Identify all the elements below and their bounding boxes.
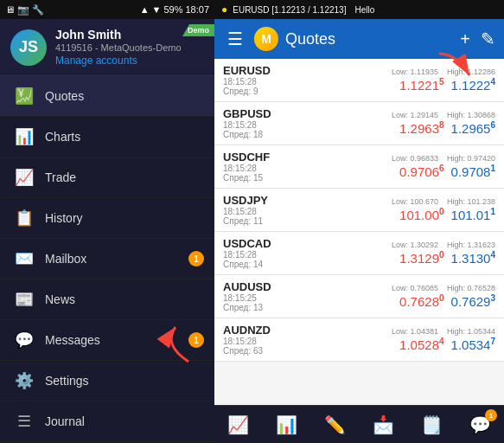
quote-left-audnzd: AUDNZD 18:15:28 Спред: 63: [223, 324, 271, 356]
quote-time-usdjpy: 18:15:28: [223, 207, 268, 216]
quote-prices-eurusd: Low: 1.11935 High: 1.12286 1.12215 1.122…: [392, 67, 495, 93]
bottom-nav-messages[interactable]: 💬 1: [456, 406, 504, 443]
bottom-nav-mailbox[interactable]: 📩: [359, 406, 407, 443]
nav-item-quotes[interactable]: 💹 Quotes: [0, 76, 214, 117]
bottom-nav-trade[interactable]: ✏️: [311, 406, 360, 443]
quote-row-audusd[interactable]: AUDUSD 18:15:25 Спред: 13 Low: 0.76085 H…: [214, 275, 504, 318]
price-bid-usdcad: 1.31290: [399, 250, 443, 266]
demo-badge: Demo: [182, 24, 214, 36]
quote-left-gbpusd: GBPUSD 18:15:28 Спред: 18: [223, 107, 271, 139]
quote-prices-usdjpy: Low: 100.670 High: 101.238 101.000 101.0…: [392, 197, 495, 222]
quote-time-gbpusd: 18:15:28: [223, 120, 271, 130]
price-row-eurusd: 1.12215 1.12224: [399, 77, 495, 93]
price-ask-gbpusd: 1.29656: [451, 120, 495, 136]
mailbox-badge: 1: [188, 251, 204, 266]
settings-icon: ⚙️: [14, 371, 35, 390]
quote-row-audnzd[interactable]: AUDNZD 18:15:28 Спред: 63 Low: 1.04381 H…: [214, 318, 504, 362]
add-symbol-button[interactable]: +: [460, 29, 470, 49]
quote-low-usdchf: Low: 0.96833 High: 0.97420: [392, 154, 495, 163]
quote-prices-gbpusd: Low: 1.29145 High: 1.30868 1.29638 1.296…: [392, 111, 495, 136]
quote-symbol-audnzd: AUDNZD: [223, 324, 271, 337]
quote-spread-audnzd: Спред: 63: [223, 346, 271, 356]
nav-item-mailbox[interactable]: ✉️ Mailbox 1: [0, 239, 214, 279]
avatar: JS: [10, 29, 47, 66]
bottom-messages-badge: 1: [485, 409, 497, 421]
nav-item-news[interactable]: 📰 News: [0, 279, 214, 320]
quote-row-usdjpy[interactable]: USDJPY 18:15:28 Спред: 11 Low: 100.670 H…: [214, 189, 504, 232]
quote-time-usdcad: 18:15:28: [223, 250, 271, 260]
nav-label-charts: Charts: [45, 130, 80, 144]
quote-low-audnzd: Low: 1.04381 High: 1.05344: [392, 327, 495, 336]
price-bid-audnzd: 1.05284: [399, 337, 443, 352]
nav-label-settings: Settings: [45, 374, 89, 388]
history-icon: 📋: [14, 209, 35, 228]
bottom-nav-quotes[interactable]: 📈: [214, 406, 263, 443]
edit-button[interactable]: ✎: [481, 29, 495, 49]
quote-spread-eurusd: Спред: 9: [223, 87, 271, 96]
quote-symbol-usdjpy: USDJPY: [223, 194, 268, 207]
status-bar-left: 🖥 📷 🔧 ▲ ▼ 59% 18:07: [0, 0, 214, 19]
quotes-list: EURUSD 18:15:28 Спред: 9 Low: 1.11935 Hi…: [214, 59, 504, 405]
hamburger-button[interactable]: ☰: [223, 29, 247, 49]
wifi-icon: ▼: [152, 4, 162, 15]
price-row-usdchf: 0.97066 0.97081: [399, 164, 495, 179]
price-ask-usdjpy: 101.011: [451, 207, 495, 222]
price-row-audusd: 0.76280 0.76293: [399, 293, 495, 309]
price-ask-audusd: 0.76293: [451, 293, 495, 309]
manage-accounts-link[interactable]: Manage accounts: [55, 55, 204, 67]
header-actions: + ✎: [460, 29, 495, 49]
quote-row-usdchf[interactable]: USDCHF 18:15:28 Спред: 15 Low: 0.96833 H…: [214, 145, 504, 189]
app-icons: 🖥 📷 🔧: [5, 4, 44, 16]
quote-left-eurusd: EURUSD 18:15:28 Спред: 9: [223, 64, 271, 96]
quote-prices-audnzd: Low: 1.04381 High: 1.05344 1.05284 1.053…: [392, 327, 495, 352]
quote-prices-audusd: Low: 0.76085 High: 0.76528 0.76280 0.762…: [392, 284, 495, 309]
price-row-usdcad: 1.31290 1.31304: [399, 250, 495, 266]
nav-label-messages: Messages: [45, 333, 100, 347]
quote-low-usdjpy: Low: 100.670 High: 101.238: [392, 197, 495, 206]
messages-icon: 💬: [14, 331, 35, 350]
quote-spread-usdcad: Спред: 14: [223, 260, 271, 269]
quote-symbol-gbpusd: GBPUSD: [223, 107, 271, 120]
quote-symbol-usdchf: USDCHF: [223, 151, 270, 164]
quote-time-audnzd: 18:15:28: [223, 337, 271, 346]
nav-item-trade[interactable]: 📈 Trade: [0, 157, 214, 198]
quote-left-audusd: AUDUSD 18:15:25 Спред: 13: [223, 280, 271, 312]
bottom-nav-history[interactable]: 🗒️: [407, 406, 456, 443]
mailbox-icon: ✉️: [14, 249, 35, 268]
nav-item-journal[interactable]: ☰ Journal: [0, 401, 214, 442]
user-name: John Smith: [55, 28, 204, 42]
nav-menu: 💹 Quotes 📊 Charts 📈 Trade 📋 History ✉️ M…: [0, 76, 214, 443]
quote-left-usdcad: USDCAD 18:15:28 Спред: 14: [223, 237, 271, 269]
quote-low-eurusd: Low: 1.11935 High: 1.12286: [392, 67, 495, 76]
quote-spread-usdchf: Спред: 15: [223, 173, 270, 183]
price-bid-usdjpy: 101.000: [399, 207, 443, 222]
nav-item-charts[interactable]: 📊 Charts: [0, 117, 214, 157]
header-logo: M: [254, 27, 278, 51]
nav-item-history[interactable]: 📋 History: [0, 198, 214, 239]
bottom-history-icon: 🗒️: [421, 414, 443, 435]
quote-symbol-eurusd: EURUSD: [223, 64, 271, 77]
time-display: 18:07: [185, 4, 209, 15]
bottom-mailbox-icon: 📩: [373, 414, 394, 435]
quote-time-eurusd: 18:15:28: [223, 77, 271, 87]
quote-prices-usdcad: Low: 1.30292 High: 1.31623 1.31290 1.313…: [392, 241, 495, 266]
quote-left-usdjpy: USDJPY 18:15:28 Спред: 11: [223, 194, 268, 226]
messages-arrow-indicator: [145, 318, 197, 374]
bottom-nav-charts[interactable]: 📊: [263, 406, 311, 443]
price-ask-audnzd: 1.05347: [451, 337, 495, 352]
quote-low-audusd: Low: 0.76085 High: 0.76528: [392, 284, 495, 292]
battery-level: 59%: [163, 4, 182, 15]
mt-logo-small: ●: [221, 3, 227, 16]
quote-row-gbpusd[interactable]: GBPUSD 18:15:28 Спред: 18 Low: 1.29145 H…: [214, 102, 504, 145]
quote-row-usdcad[interactable]: USDCAD 18:15:28 Спред: 14 Low: 1.30292 H…: [214, 232, 504, 275]
quote-row-eurusd[interactable]: EURUSD 18:15:28 Спред: 9 Low: 1.11935 Hi…: [214, 59, 504, 102]
nav-label-journal: Journal: [45, 414, 85, 428]
news-icon: 📰: [14, 290, 35, 309]
quote-symbol-audusd: AUDUSD: [223, 280, 271, 293]
right-panel: ● EURUSD [1.12213 / 1.12213] Hello ☰ M Q…: [214, 0, 504, 443]
quote-time-usdchf: 18:15:28: [223, 164, 270, 173]
charts-icon: 📊: [14, 127, 35, 146]
journal-icon: ☰: [14, 412, 35, 431]
quote-symbol-usdcad: USDCAD: [223, 237, 271, 250]
nav-label-news: News: [45, 292, 75, 306]
